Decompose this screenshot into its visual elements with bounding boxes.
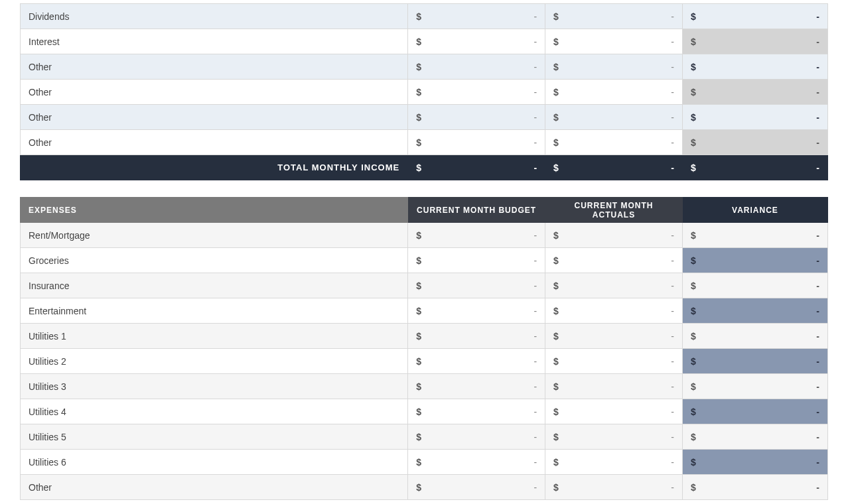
amount-cell[interactable]: $- <box>682 4 827 29</box>
amount-cell[interactable]: $- <box>682 248 827 273</box>
amount-cell[interactable]: $- <box>408 349 545 374</box>
amount-cell[interactable]: $- <box>545 273 683 298</box>
amount-cell[interactable]: $- <box>545 450 683 475</box>
amount-cell[interactable]: $- <box>682 475 827 500</box>
row-label[interactable]: Other <box>21 80 408 105</box>
row-label[interactable]: Utilities 5 <box>21 424 408 450</box>
row-label[interactable]: Insurance <box>21 273 408 298</box>
amount-cell[interactable]: $- <box>682 29 827 54</box>
amount-cell[interactable]: $- <box>545 4 683 29</box>
amount-cell[interactable]: $- <box>545 248 683 273</box>
amount-cell[interactable]: $- <box>682 155 827 180</box>
row-label[interactable]: Utilities 2 <box>21 349 408 374</box>
amount-cell[interactable]: $- <box>408 298 545 324</box>
amount-value: - <box>671 162 674 173</box>
row-label[interactable]: Rent/Mortgage <box>21 223 408 248</box>
amount-cell[interactable]: $- <box>682 273 827 298</box>
amount-cell[interactable]: $- <box>408 155 545 180</box>
amount-cell[interactable]: $- <box>408 399 545 424</box>
amount-cell[interactable]: $- <box>545 298 683 324</box>
amount-cell[interactable]: $- <box>682 80 827 105</box>
amount-value: - <box>533 11 537 22</box>
amount-cell[interactable]: $- <box>545 223 683 248</box>
amount-cell[interactable]: $- <box>682 298 827 324</box>
amount-value: - <box>816 356 819 367</box>
amount-cell[interactable]: $- <box>545 374 683 399</box>
amount-cell[interactable]: $- <box>682 130 827 155</box>
row-label[interactable]: Utilities 6 <box>21 450 408 475</box>
amount-cell[interactable]: $- <box>408 223 545 248</box>
amount-cell[interactable]: $- <box>408 450 545 475</box>
amount-cell[interactable]: $- <box>682 223 827 248</box>
amount-cell[interactable]: $- <box>682 424 827 450</box>
amount-cell[interactable]: $- <box>408 80 545 105</box>
amount-cell[interactable]: $- <box>682 399 827 424</box>
income-row: Other$-$-$- <box>21 80 828 105</box>
row-label[interactable]: Utilities 1 <box>21 324 408 349</box>
amount-cell[interactable]: $- <box>682 450 827 475</box>
amount-cell[interactable]: $- <box>682 105 827 130</box>
row-label[interactable]: Dividends <box>21 4 408 29</box>
amount-value: - <box>533 36 537 47</box>
amount-cell[interactable]: $- <box>408 324 545 349</box>
amount-cell[interactable]: $- <box>545 324 683 349</box>
amount-cell[interactable]: $- <box>545 105 683 130</box>
amount-cell[interactable]: $- <box>408 105 545 130</box>
amount-value: - <box>816 112 819 123</box>
amount-cell[interactable]: $- <box>545 130 683 155</box>
amount-cell[interactable]: $- <box>682 54 827 80</box>
currency-symbol: $ <box>691 356 696 367</box>
currency-symbol: $ <box>691 162 696 173</box>
amount-value: - <box>816 432 819 442</box>
amount-cell[interactable]: $- <box>408 374 545 399</box>
amount-cell[interactable]: $- <box>545 29 683 54</box>
amount-cell[interactable]: $- <box>545 475 683 500</box>
amount-value: - <box>671 137 674 148</box>
amount-value: - <box>816 230 819 241</box>
expense-row: Utilities 6$-$-$- <box>21 450 828 475</box>
amount-value: - <box>533 137 537 148</box>
currency-symbol: $ <box>553 62 559 72</box>
amount-cell[interactable]: $- <box>545 349 683 374</box>
currency-symbol: $ <box>691 432 696 442</box>
amount-cell[interactable]: $- <box>408 4 545 29</box>
amount-cell[interactable]: $- <box>545 54 683 80</box>
amount-value: - <box>533 407 537 417</box>
row-label[interactable]: Other <box>21 130 408 155</box>
amount-cell[interactable]: $- <box>545 399 683 424</box>
row-label[interactable]: Groceries <box>21 248 408 273</box>
amount-cell[interactable]: $- <box>682 324 827 349</box>
amount-cell[interactable]: $- <box>682 349 827 374</box>
amount-cell[interactable]: $- <box>408 248 545 273</box>
row-label[interactable]: Other <box>21 105 408 130</box>
amount-cell[interactable]: $- <box>408 424 545 450</box>
amount-cell[interactable]: $- <box>682 374 827 399</box>
amount-cell[interactable]: $- <box>408 273 545 298</box>
currency-symbol: $ <box>691 137 696 148</box>
row-label[interactable]: Other <box>21 54 408 80</box>
amount-cell[interactable]: $- <box>408 29 545 54</box>
row-label[interactable]: Entertainment <box>21 298 408 324</box>
row-label[interactable]: Utilities 3 <box>21 374 408 399</box>
amount-value: - <box>533 162 537 173</box>
amount-value: - <box>533 255 537 266</box>
amount-value: - <box>671 432 674 442</box>
currency-symbol: $ <box>553 482 559 493</box>
header-actuals: CURRENT MONTH ACTUALS <box>545 198 683 223</box>
amount-value: - <box>816 87 819 97</box>
row-label[interactable]: Interest <box>21 29 408 54</box>
amount-cell[interactable]: $- <box>408 475 545 500</box>
amount-cell[interactable]: $- <box>545 155 683 180</box>
amount-cell[interactable]: $- <box>408 54 545 80</box>
row-label[interactable]: Other <box>21 475 408 500</box>
currency-symbol: $ <box>553 87 559 97</box>
currency-symbol: $ <box>553 255 559 266</box>
amount-value: - <box>533 331 537 342</box>
amount-cell[interactable]: $- <box>408 130 545 155</box>
amount-value: - <box>671 331 674 342</box>
expense-row: Utilities 3$-$-$- <box>21 374 828 399</box>
amount-value: - <box>671 306 674 316</box>
amount-cell[interactable]: $- <box>545 424 683 450</box>
row-label[interactable]: Utilities 4 <box>21 399 408 424</box>
amount-cell[interactable]: $- <box>545 80 683 105</box>
